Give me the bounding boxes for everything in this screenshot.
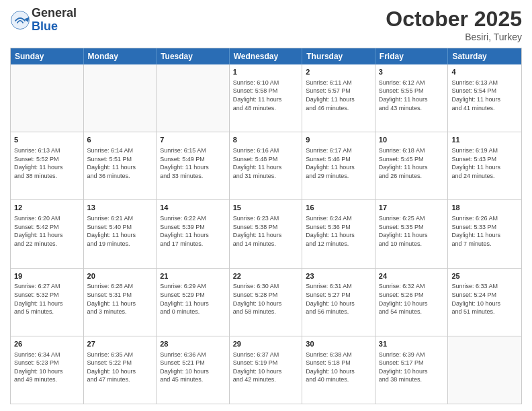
calendar-day-8: 8Sunrise: 6:16 AM Sunset: 5:48 PM Daylig…	[230, 132, 303, 199]
day-number: 20	[87, 271, 153, 281]
day-info: Sunrise: 6:35 AM Sunset: 5:22 PM Dayligh…	[87, 351, 153, 384]
calendar-day-13: 13Sunrise: 6:21 AM Sunset: 5:40 PM Dayli…	[84, 200, 157, 267]
calendar-header: SundayMondayTuesdayWednesdayThursdayFrid…	[11, 48, 521, 64]
title-block: October 2025 Besiri, Turkey	[386, 7, 522, 42]
header-day-thursday: Thursday	[302, 48, 375, 64]
day-number: 19	[14, 271, 80, 281]
calendar-day-2: 2Sunrise: 6:11 AM Sunset: 5:57 PM Daylig…	[302, 64, 375, 132]
calendar-day-27: 27Sunrise: 6:35 AM Sunset: 5:22 PM Dayli…	[84, 336, 157, 404]
calendar-day-19: 19Sunrise: 6:27 AM Sunset: 5:32 PM Dayli…	[11, 269, 84, 336]
calendar-day-23: 23Sunrise: 6:31 AM Sunset: 5:27 PM Dayli…	[302, 269, 375, 336]
day-info: Sunrise: 6:31 AM Sunset: 5:27 PM Dayligh…	[306, 282, 371, 316]
day-info: Sunrise: 6:34 AM Sunset: 5:23 PM Dayligh…	[14, 351, 80, 384]
day-info: Sunrise: 6:22 AM Sunset: 5:39 PM Dayligh…	[160, 214, 226, 248]
day-number: 5	[14, 135, 80, 145]
day-number: 23	[306, 271, 371, 281]
day-number: 22	[233, 271, 299, 281]
day-number: 1	[233, 67, 299, 77]
calendar-empty-cell	[11, 64, 84, 132]
logo-blue-text: Blue	[32, 20, 77, 34]
calendar-day-3: 3Sunrise: 6:12 AM Sunset: 5:55 PM Daylig…	[375, 64, 449, 132]
calendar-day-10: 10Sunrise: 6:18 AM Sunset: 5:45 PM Dayli…	[375, 132, 449, 199]
header-day-tuesday: Tuesday	[157, 48, 230, 64]
calendar-day-6: 6Sunrise: 6:14 AM Sunset: 5:51 PM Daylig…	[84, 132, 157, 199]
calendar-day-22: 22Sunrise: 6:30 AM Sunset: 5:28 PM Dayli…	[230, 269, 303, 336]
day-info: Sunrise: 6:27 AM Sunset: 5:32 PM Dayligh…	[14, 282, 80, 316]
day-info: Sunrise: 6:17 AM Sunset: 5:46 PM Dayligh…	[306, 146, 371, 180]
calendar-day-31: 31Sunrise: 6:39 AM Sunset: 5:17 PM Dayli…	[375, 336, 449, 404]
day-number: 12	[14, 203, 80, 213]
month-title: October 2025	[386, 7, 522, 32]
logo: General Blue	[10, 7, 77, 34]
calendar-week-3: 12Sunrise: 6:20 AM Sunset: 5:42 PM Dayli…	[11, 199, 521, 267]
calendar: SundayMondayTuesdayWednesdayThursdayFrid…	[10, 48, 522, 404]
logo-icon	[10, 10, 30, 30]
day-number: 31	[379, 339, 445, 349]
day-info: Sunrise: 6:30 AM Sunset: 5:28 PM Dayligh…	[233, 282, 299, 316]
day-info: Sunrise: 6:38 AM Sunset: 5:18 PM Dayligh…	[306, 351, 371, 384]
day-number: 24	[379, 271, 445, 281]
day-number: 17	[379, 203, 445, 213]
calendar-day-5: 5Sunrise: 6:13 AM Sunset: 5:52 PM Daylig…	[11, 132, 84, 199]
day-info: Sunrise: 6:13 AM Sunset: 5:54 PM Dayligh…	[451, 79, 518, 112]
day-info: Sunrise: 6:13 AM Sunset: 5:52 PM Dayligh…	[14, 146, 80, 180]
calendar-day-26: 26Sunrise: 6:34 AM Sunset: 5:23 PM Dayli…	[11, 336, 84, 404]
logo-text: General Blue	[32, 7, 77, 34]
day-info: Sunrise: 6:23 AM Sunset: 5:38 PM Dayligh…	[233, 214, 299, 248]
calendar-day-18: 18Sunrise: 6:26 AM Sunset: 5:33 PM Dayli…	[448, 200, 521, 267]
day-info: Sunrise: 6:36 AM Sunset: 5:21 PM Dayligh…	[160, 351, 226, 384]
day-number: 3	[379, 67, 445, 77]
day-number: 11	[451, 135, 518, 145]
calendar-day-7: 7Sunrise: 6:15 AM Sunset: 5:49 PM Daylig…	[157, 132, 230, 199]
day-info: Sunrise: 6:10 AM Sunset: 5:58 PM Dayligh…	[233, 79, 299, 112]
day-number: 8	[233, 135, 299, 145]
day-number: 4	[451, 67, 518, 77]
day-number: 25	[451, 271, 518, 281]
day-info: Sunrise: 6:32 AM Sunset: 5:26 PM Dayligh…	[379, 282, 445, 316]
day-number: 16	[306, 203, 371, 213]
calendar-day-30: 30Sunrise: 6:38 AM Sunset: 5:18 PM Dayli…	[302, 336, 375, 404]
day-info: Sunrise: 6:20 AM Sunset: 5:42 PM Dayligh…	[14, 214, 80, 248]
calendar-day-4: 4Sunrise: 6:13 AM Sunset: 5:54 PM Daylig…	[448, 64, 521, 132]
day-number: 26	[14, 339, 80, 349]
calendar-day-25: 25Sunrise: 6:33 AM Sunset: 5:24 PM Dayli…	[448, 269, 521, 336]
calendar-day-20: 20Sunrise: 6:28 AM Sunset: 5:31 PM Dayli…	[84, 269, 157, 336]
calendar-day-21: 21Sunrise: 6:29 AM Sunset: 5:29 PM Dayli…	[157, 269, 230, 336]
calendar-day-15: 15Sunrise: 6:23 AM Sunset: 5:38 PM Dayli…	[230, 200, 303, 267]
header: General Blue October 2025 Besiri, Turkey	[10, 7, 522, 42]
calendar-day-24: 24Sunrise: 6:32 AM Sunset: 5:26 PM Dayli…	[375, 269, 449, 336]
day-info: Sunrise: 6:15 AM Sunset: 5:49 PM Dayligh…	[160, 146, 226, 180]
calendar-day-17: 17Sunrise: 6:25 AM Sunset: 5:35 PM Dayli…	[375, 200, 449, 267]
day-number: 30	[306, 339, 371, 349]
day-info: Sunrise: 6:19 AM Sunset: 5:43 PM Dayligh…	[451, 146, 518, 180]
calendar-day-9: 9Sunrise: 6:17 AM Sunset: 5:46 PM Daylig…	[302, 132, 375, 199]
calendar-week-1: 1Sunrise: 6:10 AM Sunset: 5:58 PM Daylig…	[11, 64, 521, 132]
header-day-friday: Friday	[375, 48, 449, 64]
calendar-week-2: 5Sunrise: 6:13 AM Sunset: 5:52 PM Daylig…	[11, 132, 521, 199]
header-day-monday: Monday	[84, 48, 157, 64]
day-number: 6	[87, 135, 153, 145]
day-number: 9	[306, 135, 371, 145]
header-day-wednesday: Wednesday	[230, 48, 303, 64]
day-info: Sunrise: 6:33 AM Sunset: 5:24 PM Dayligh…	[451, 282, 518, 316]
day-number: 14	[160, 203, 226, 213]
calendar-day-14: 14Sunrise: 6:22 AM Sunset: 5:39 PM Dayli…	[157, 200, 230, 267]
calendar-day-12: 12Sunrise: 6:20 AM Sunset: 5:42 PM Dayli…	[11, 200, 84, 267]
day-info: Sunrise: 6:16 AM Sunset: 5:48 PM Dayligh…	[233, 146, 299, 180]
day-info: Sunrise: 6:24 AM Sunset: 5:36 PM Dayligh…	[306, 214, 371, 248]
day-number: 2	[306, 67, 371, 77]
calendar-empty-cell	[448, 336, 521, 404]
calendar-week-5: 26Sunrise: 6:34 AM Sunset: 5:23 PM Dayli…	[11, 336, 521, 404]
calendar-day-1: 1Sunrise: 6:10 AM Sunset: 5:58 PM Daylig…	[230, 64, 303, 132]
day-number: 13	[87, 203, 153, 213]
day-number: 18	[451, 203, 518, 213]
day-number: 29	[233, 339, 299, 349]
day-info: Sunrise: 6:14 AM Sunset: 5:51 PM Dayligh…	[87, 146, 153, 180]
calendar-day-29: 29Sunrise: 6:37 AM Sunset: 5:19 PM Dayli…	[230, 336, 303, 404]
header-day-saturday: Saturday	[448, 48, 521, 64]
day-info: Sunrise: 6:26 AM Sunset: 5:33 PM Dayligh…	[451, 214, 518, 248]
calendar-day-16: 16Sunrise: 6:24 AM Sunset: 5:36 PM Dayli…	[302, 200, 375, 267]
page: General Blue October 2025 Besiri, Turkey…	[0, 0, 532, 411]
day-number: 28	[160, 339, 226, 349]
day-info: Sunrise: 6:12 AM Sunset: 5:55 PM Dayligh…	[379, 79, 445, 112]
